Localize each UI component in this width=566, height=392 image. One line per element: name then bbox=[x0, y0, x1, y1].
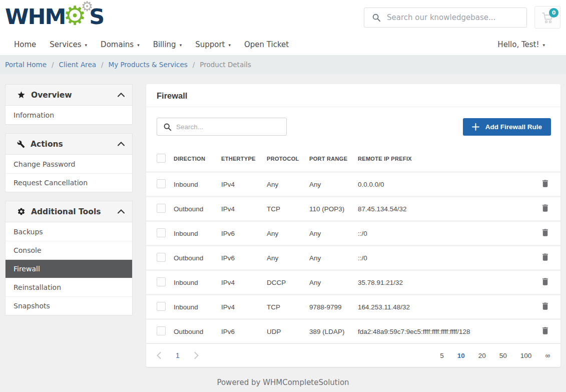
caret-down-icon: ▾ bbox=[180, 42, 182, 48]
sidebar-panel-overview-header[interactable]: Overview bbox=[6, 85, 132, 106]
trash-icon[interactable] bbox=[540, 179, 550, 188]
sidebar-item-snapshots[interactable]: Snapshots bbox=[6, 296, 132, 315]
table-row: Inbound IPv4 TCP 9788-9799 164.253.11.48… bbox=[146, 294, 560, 318]
sidebar-item-request-cancellation[interactable]: Request Cancellation bbox=[6, 173, 132, 192]
sidebar-panel-additional-tools-header[interactable]: Additional Tools bbox=[6, 201, 132, 222]
table-search-input[interactable] bbox=[176, 123, 286, 131]
trash-icon[interactable] bbox=[540, 252, 550, 262]
page-size-10[interactable]: 10 bbox=[457, 352, 465, 359]
firewall-toolbar: Add Firewall Rule bbox=[146, 107, 560, 146]
add-firewall-rule-button[interactable]: Add Firewall Rule bbox=[463, 118, 551, 136]
row-checkbox[interactable] bbox=[157, 228, 174, 239]
caret-down-icon: ▾ bbox=[228, 42, 231, 48]
chevron-up-icon bbox=[118, 142, 125, 146]
column-header-protocol: PROTOCOL bbox=[267, 156, 309, 162]
row-checkbox[interactable] bbox=[157, 302, 174, 312]
firewall-panel: Firewall Add Firewall Rule DIRECTION ETH… bbox=[146, 84, 560, 367]
wrench-icon bbox=[17, 140, 25, 148]
whmcs-logo[interactable]: WHM ⚙ ⚙ S bbox=[5, 3, 104, 30]
search-icon bbox=[163, 123, 172, 131]
trash-icon[interactable] bbox=[540, 277, 550, 286]
site-header: WHM ⚙ ⚙ S 0 Home Services ▾ Domains ▾ B bbox=[0, 0, 566, 55]
page-size-infinity[interactable]: ∞ bbox=[545, 352, 550, 359]
row-checkbox[interactable] bbox=[157, 179, 174, 190]
footer-text: Powered by WHMCompleteSolution bbox=[0, 378, 566, 387]
table-header-row: DIRECTION ETHERTYPE PROTOCOL PORT RANGE … bbox=[146, 146, 560, 171]
cart-button[interactable]: 0 bbox=[534, 6, 560, 29]
row-checkbox[interactable] bbox=[157, 326, 174, 337]
knowledgebase-search bbox=[364, 8, 527, 28]
select-all-checkbox[interactable] bbox=[157, 154, 174, 164]
page-title: Firewall bbox=[146, 84, 560, 107]
row-checkbox[interactable] bbox=[157, 204, 174, 214]
logo-text-whm: WHM bbox=[5, 4, 65, 29]
nav-item-home[interactable]: Home bbox=[14, 40, 36, 49]
main-navigation: Home Services ▾ Domains ▾ Billing ▾ Supp… bbox=[14, 40, 289, 49]
sidebar-item-change-password[interactable]: Change Password bbox=[6, 155, 132, 173]
breadcrumb-client-area[interactable]: Client Area bbox=[59, 61, 96, 69]
nav-item-billing[interactable]: Billing ▾ bbox=[153, 40, 182, 49]
page-size-100[interactable]: 100 bbox=[520, 352, 532, 359]
breadcrumb-my-products[interactable]: My Products & Services bbox=[109, 61, 188, 69]
page-size-50[interactable]: 50 bbox=[499, 352, 507, 359]
trash-icon[interactable] bbox=[540, 301, 550, 311]
column-header-direction: DIRECTION bbox=[174, 156, 221, 162]
chevron-up-icon bbox=[118, 209, 125, 214]
pager: 1 bbox=[157, 351, 199, 359]
logo-gear-cluster: ⚙ ⚙ bbox=[65, 3, 90, 30]
nav-item-open-ticket[interactable]: Open Ticket bbox=[244, 40, 289, 49]
content-area: Overview Information Actions Change bbox=[0, 74, 566, 367]
plus-icon bbox=[472, 123, 479, 131]
gear-icon bbox=[17, 207, 26, 216]
page-size-20[interactable]: 20 bbox=[478, 352, 486, 359]
breadcrumb-current: Product Details bbox=[200, 61, 251, 69]
sidebar-panel-actions: Actions Change Password Request Cancella… bbox=[5, 133, 133, 192]
account-label: Hello, Test! bbox=[497, 40, 539, 49]
nav-item-domains[interactable]: Domains ▾ bbox=[101, 40, 140, 49]
sidebar-item-reinstallation[interactable]: Reinstallation bbox=[6, 278, 132, 296]
table-row: Inbound IPv4 Any Any 0.0.0.0/0 bbox=[146, 171, 560, 196]
caret-down-icon: ▾ bbox=[85, 42, 88, 48]
row-checkbox[interactable] bbox=[157, 277, 174, 288]
sidebar-panel-actions-header[interactable]: Actions bbox=[6, 134, 132, 155]
sidebar-item-information[interactable]: Information bbox=[6, 106, 132, 124]
nav-item-support[interactable]: Support ▾ bbox=[195, 40, 231, 49]
table-row: Outbound IPv6 Any Any ::/0 bbox=[146, 245, 560, 269]
account-menu[interactable]: Hello, Test! ▾ bbox=[497, 40, 545, 49]
page-number[interactable]: 1 bbox=[176, 351, 180, 359]
trash-icon[interactable] bbox=[540, 203, 550, 213]
chevron-right-icon[interactable] bbox=[194, 352, 199, 359]
trash-icon[interactable] bbox=[540, 228, 550, 237]
table-search bbox=[157, 118, 287, 136]
chevron-up-icon bbox=[118, 93, 125, 97]
chevron-left-icon[interactable] bbox=[157, 352, 161, 359]
row-checkbox[interactable] bbox=[157, 253, 174, 263]
gear-icon: ⚙ bbox=[81, 0, 93, 13]
search-icon bbox=[372, 13, 381, 22]
table-row: Inbound IPv6 Any Any ::/0 bbox=[146, 220, 560, 245]
column-header-remote-ip-prefix: REMOTE IP PREFIX bbox=[358, 156, 530, 162]
breadcrumb-portal-home[interactable]: Portal Home bbox=[5, 61, 47, 69]
page-size-5[interactable]: 5 bbox=[440, 352, 444, 359]
table-row: Outbound IPv6 UDP 389 (LDAP) fda2:48a9:5… bbox=[146, 318, 560, 343]
column-header-port-range: PORT RANGE bbox=[309, 156, 358, 162]
sidebar-item-console[interactable]: Console bbox=[6, 241, 132, 259]
pagination-bar: 1 5 10 20 50 100 ∞ bbox=[146, 343, 560, 367]
star-icon bbox=[17, 91, 26, 99]
caret-down-icon: ▾ bbox=[137, 42, 140, 48]
nav-item-services[interactable]: Services ▾ bbox=[50, 40, 87, 49]
cart-count-badge: 0 bbox=[549, 8, 558, 18]
table-row: Outbound IPv4 TCP 110 (POP3) 87.45.134.5… bbox=[146, 196, 560, 220]
sidebar-item-backups[interactable]: Backups bbox=[6, 222, 132, 241]
page-size-selector: 5 10 20 50 100 ∞ bbox=[440, 352, 550, 359]
column-header-ethertype: ETHERTYPE bbox=[221, 156, 267, 162]
breadcrumb: Portal Home / Client Area / My Products … bbox=[0, 55, 566, 74]
table-row: Inbound IPv4 DCCP Any 35.78.91.21/32 bbox=[146, 269, 560, 294]
sidebar: Overview Information Actions Change bbox=[5, 84, 133, 324]
caret-down-icon: ▾ bbox=[542, 42, 545, 48]
trash-icon[interactable] bbox=[540, 326, 550, 335]
sidebar-panel-additional-tools: Additional Tools Backups Console Firewal… bbox=[5, 201, 133, 315]
sidebar-item-firewall[interactable]: Firewall bbox=[6, 259, 132, 278]
sidebar-panel-overview: Overview Information bbox=[5, 84, 133, 125]
knowledgebase-search-input[interactable] bbox=[387, 13, 526, 22]
